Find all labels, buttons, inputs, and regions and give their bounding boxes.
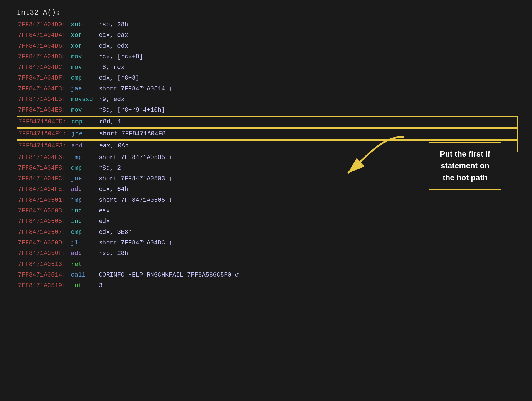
asm-address: 7FF8471A04D6: bbox=[18, 41, 71, 51]
asm-operand: short 7FF8471A0514 ↓ bbox=[99, 84, 172, 94]
asm-line: 7FF8471A0503:inceax bbox=[17, 206, 518, 216]
asm-mnemonic: cmp bbox=[71, 117, 99, 127]
asm-operand: edx, [r8+8] bbox=[99, 73, 139, 83]
asm-address: 7FF8471A04D8: bbox=[18, 52, 71, 62]
asm-mnemonic: movsxd bbox=[71, 95, 99, 105]
asm-mnemonic: mov bbox=[71, 105, 99, 115]
asm-mnemonic: call bbox=[71, 270, 99, 280]
asm-address: 7FF8471A04FC: bbox=[18, 174, 71, 184]
asm-operand: CORINFO_HELP_RNGCHKFAIL 7FF8A586C5F0 ↺ bbox=[99, 270, 239, 280]
asm-operand: eax, 0Ah bbox=[99, 141, 129, 151]
asm-mnemonic: jne bbox=[71, 174, 99, 184]
asm-line: 7FF8471A04DF:cmpedx, [r8+8] bbox=[17, 73, 518, 83]
asm-address: 7FF8471A04D4: bbox=[18, 30, 71, 40]
asm-operand: short 7FF8471A04F8 ↓ bbox=[99, 129, 173, 139]
asm-line: 7FF8471A050D:jlshort 7FF8471A04DC ↑ bbox=[17, 238, 518, 248]
asm-address: 7FF8471A04DC: bbox=[18, 63, 71, 73]
asm-operand: edx bbox=[99, 217, 110, 227]
asm-address: 7FF8471A050F: bbox=[18, 249, 71, 259]
asm-address: 7FF8471A04F6: bbox=[18, 153, 71, 163]
asm-operand: edx, 3E8h bbox=[99, 227, 132, 237]
asm-mnemonic: cmp bbox=[71, 73, 99, 83]
asm-address: 7FF8471A04DF: bbox=[18, 73, 71, 83]
asm-mnemonic: add bbox=[71, 184, 99, 195]
asm-address: 7FF8471A04F3: bbox=[18, 141, 71, 151]
asm-address: 7FF8471A04F1: bbox=[18, 129, 71, 139]
asm-mnemonic: mov bbox=[71, 52, 99, 62]
asm-address: 7FF8471A0501: bbox=[18, 195, 71, 205]
asm-line: 7FF8471A04E3:jaeshort 7FF8471A0514 ↓ bbox=[17, 84, 518, 94]
asm-mnemonic: int bbox=[71, 281, 99, 291]
asm-mnemonic: mov bbox=[71, 63, 99, 73]
asm-mnemonic: add bbox=[71, 249, 99, 259]
asm-address: 7FF8471A0505: bbox=[18, 217, 71, 227]
asm-mnemonic: jae bbox=[71, 84, 99, 94]
asm-address: 7FF8471A04E3: bbox=[18, 84, 71, 94]
asm-line: 7FF8471A0519:int3 bbox=[17, 280, 518, 291]
asm-line: 7FF8471A04DC:movr8, rcx bbox=[17, 62, 518, 73]
asm-address: 7FF8471A04D0: bbox=[18, 20, 71, 30]
asm-mnemonic: cmp bbox=[71, 163, 99, 173]
asm-line: 7FF8471A0513:ret bbox=[17, 259, 518, 270]
asm-mnemonic: jne bbox=[71, 129, 99, 139]
asm-operand: rsp, 28h bbox=[99, 249, 128, 259]
asm-mnemonic: jl bbox=[71, 238, 99, 248]
asm-address: 7FF8471A0513: bbox=[18, 260, 71, 270]
asm-mnemonic: cmp bbox=[71, 227, 99, 237]
asm-line: 7FF8471A0501:jmpshort 7FF8471A0505 ↓ bbox=[17, 195, 518, 206]
asm-address: 7FF8471A0507: bbox=[18, 227, 71, 237]
asm-operand: eax, eax bbox=[99, 30, 128, 40]
asm-line: 7FF8471A04F1:jneshort 7FF8471A04F8 ↓ bbox=[17, 128, 518, 140]
asm-line: 7FF8471A0505:incedx bbox=[17, 216, 518, 227]
code-view: Int32 A(): 7FF8471A04D0:subrsp, 28h7FF84… bbox=[14, 8, 518, 291]
asm-address: 7FF8471A04F8: bbox=[18, 163, 71, 173]
asm-mnemonic: add bbox=[71, 141, 99, 151]
asm-line: 7FF8471A04D8:movrcx, [rcx+8] bbox=[17, 52, 518, 62]
asm-address: 7FF8471A0519: bbox=[18, 281, 71, 291]
asm-line: 7FF8471A0507:cmpedx, 3E8h bbox=[17, 227, 518, 238]
asm-operand: 3 bbox=[99, 281, 102, 291]
asm-line: 7FF8471A050F:addrsp, 28h bbox=[17, 248, 518, 259]
asm-line: 7FF8471A04ED:cmpr8d, 1 bbox=[17, 116, 518, 128]
asm-line: 7FF8471A0514:callCORINFO_HELP_RNGCHKFAIL… bbox=[17, 270, 518, 280]
asm-operand: short 7FF8471A0505 ↓ bbox=[99, 195, 172, 205]
asm-operand: rsp, 28h bbox=[99, 20, 128, 30]
asm-line: 7FF8471A04D4:xoreax, eax bbox=[17, 30, 518, 41]
asm-line: 7FF8471A04E5:movsxdr9, edx bbox=[17, 94, 518, 105]
asm-operand: short 7FF8471A04DC ↑ bbox=[99, 238, 172, 248]
asm-address: 7FF8471A04FE: bbox=[18, 184, 71, 195]
asm-operand: rcx, [rcx+8] bbox=[99, 52, 143, 62]
asm-address: 7FF8471A04E5: bbox=[18, 95, 71, 105]
asm-mnemonic: xor bbox=[71, 41, 99, 51]
function-header: Int32 A(): bbox=[14, 8, 518, 17]
asm-address: 7FF8471A0514: bbox=[18, 270, 71, 280]
callout-box: Put the first if statement on the hot pa… bbox=[429, 142, 501, 190]
asm-address: 7FF8471A04E8: bbox=[18, 105, 71, 115]
asm-address: 7FF8471A0503: bbox=[18, 206, 71, 216]
asm-mnemonic: inc bbox=[71, 217, 99, 227]
asm-operand: short 7FF8471A0505 ↓ bbox=[99, 153, 172, 163]
asm-operand: r8d, 1 bbox=[99, 117, 121, 127]
asm-operand: r8d, [r8+r9*4+10h] bbox=[99, 105, 165, 115]
asm-mnemonic: inc bbox=[71, 206, 99, 216]
asm-mnemonic: ret bbox=[71, 260, 99, 270]
asm-line: 7FF8471A04D6:xoredx, edx bbox=[17, 41, 518, 52]
asm-line: 7FF8471A04D0:subrsp, 28h bbox=[17, 20, 518, 30]
asm-mnemonic: sub bbox=[71, 20, 99, 30]
asm-operand: r8d, 2 bbox=[99, 163, 121, 173]
asm-operand: r9, edx bbox=[99, 95, 124, 105]
asm-address: 7FF8471A04ED: bbox=[18, 117, 71, 127]
asm-address: 7FF8471A050D: bbox=[18, 238, 71, 248]
asm-mnemonic: jmp bbox=[71, 153, 99, 163]
asm-line: 7FF8471A04E8:movr8d, [r8+r9*4+10h] bbox=[17, 105, 518, 116]
asm-operand: edx, edx bbox=[99, 41, 128, 51]
asm-block: 7FF8471A04D0:subrsp, 28h7FF8471A04D4:xor… bbox=[14, 20, 518, 291]
asm-operand: eax, 64h bbox=[99, 184, 128, 195]
asm-mnemonic: jmp bbox=[71, 195, 99, 205]
asm-mnemonic: xor bbox=[71, 30, 99, 40]
asm-operand: r8, rcx bbox=[99, 63, 124, 73]
callout-text: Put the first if statement on the hot pa… bbox=[440, 150, 490, 182]
asm-operand: short 7FF8471A0503 ↓ bbox=[99, 174, 172, 184]
asm-operand: eax bbox=[99, 206, 110, 216]
